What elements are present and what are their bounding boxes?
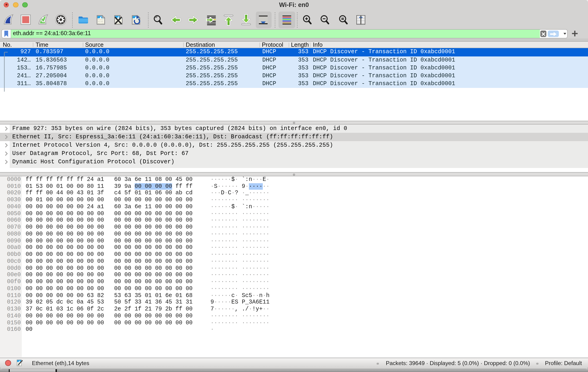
svg-text:01110: 01110 [98,22,103,24]
